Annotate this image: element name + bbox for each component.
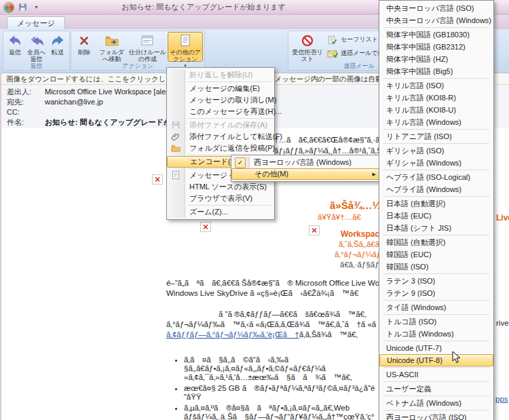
menu-item-label: 添付ファイルの保存(A) (189, 121, 267, 129)
post-folder-icon (171, 143, 181, 153)
menu-item-label: 中央ヨーロッパ言語 (ISO) (386, 4, 474, 12)
menu-item-label: 韓国語 (自動選択) (386, 238, 445, 246)
menu-item-label: 中央ヨーロッパ言語 (Windows) (386, 16, 491, 24)
menu-item-label: 日本語 (自動選択) (386, 199, 445, 208)
broken-image-icon (152, 174, 163, 185)
body-text: Live (496, 213, 509, 223)
reply-button[interactable]: 返信 (5, 32, 25, 62)
menu-item-label: フォルダに返信を投稿(P) (189, 144, 275, 152)
menu-item-4[interactable]: 簡体字中国語 (GB2312) (379, 41, 493, 53)
menu-item-3[interactable]: 簡体字中国語 (GB18030) (379, 28, 493, 41)
link-fragment[interactable]: pps (495, 395, 508, 403)
cc-label: CC: (1, 107, 45, 117)
menu-item-7[interactable]: 添付ファイルとして転送(F) (167, 131, 274, 142)
reply-all-button[interactable]: 全員へ返信 (25, 32, 48, 62)
menu-item-9[interactable]: キリル言語 (KOI8-R) (379, 92, 493, 104)
menu-item-13[interactable]: リトアニア語 (ISO) (379, 130, 493, 142)
menu-item-15[interactable]: ギリシャ語 (ISO) (379, 145, 493, 157)
menu-item-34[interactable]: トルコ語 (ISO) (379, 316, 493, 328)
menu-item-label: キリル言語 (KOI8-U) (386, 106, 456, 114)
menu-item-label: このメッセージを再送(H)... (189, 107, 282, 115)
to-label: 宛先: (1, 97, 45, 107)
block-sender-button[interactable]: 受信拒否リスト (290, 32, 325, 62)
menu-item-label: 簡体字中国語 (GB2312) (386, 43, 466, 51)
body-text: ã‚ã‚Šã¾ã ™ã€‚ (299, 330, 358, 339)
menu-item-3[interactable]: メッセージの取り消し(M) (167, 94, 274, 106)
menu-item-0[interactable]: 中央ヨーロッパ言語 (ISO) (379, 2, 493, 14)
qat-dropdown-icon[interactable]: ▾ (31, 2, 41, 12)
menu-item-37[interactable]: Unicode (UTF-7) (379, 342, 493, 354)
menu-item-label: 西ヨーロッパ言語 (ISO) (386, 413, 466, 420)
menu-item-8[interactable]: フォルダに返信を投稿(P) (167, 142, 274, 154)
menu-item-11[interactable]: キリル言語 (Windows) (379, 116, 493, 128)
forward-button[interactable]: 転送 (48, 32, 68, 62)
menu-item-label: ギリシャ語 (Windows) (386, 159, 461, 167)
menu-item-14[interactable]: ブラウザで表示(V) (167, 193, 274, 204)
promo-text: ã‚ˆã‚Šã‚‚ã€ã€ (339, 240, 384, 248)
menu-item-label: ラテン 9 (ISO) (386, 289, 435, 297)
menu-separator (383, 235, 489, 235)
menu-item-13[interactable]: HTML ソースの表示(S) (167, 181, 274, 193)
delete-button[interactable]: 削除 (73, 32, 96, 62)
menu-item-18[interactable]: ヘブライ語 (ISO-Logical) (379, 171, 493, 183)
menu-item-19[interactable]: ヘブライ語 (Windows) (379, 183, 493, 195)
body-text: ã ”ã ®ã‚¢ãƒƒãƒ—ã€€ã šã€œã¾ã ™ã€‚ (219, 309, 366, 320)
menu-item-label: 簡体字中国語 (HZ) (386, 55, 448, 63)
menu-item-label: ギリシャ語 (ISO) (386, 147, 444, 155)
menu-separator (187, 118, 273, 119)
list-item: æœ€å¤§ 25 GB ã ®ãƒ•ãƒªãƒ¼ã‚ªãƒ³ãƒ©ã‚¤ãƒ³… (184, 384, 388, 402)
menu-item-46[interactable]: 西ヨーロッパ言語 (ISO) (379, 411, 493, 420)
menu-item-23[interactable]: 日本語 (シフト JIS) (379, 222, 493, 234)
body-text: Windows Live SkyDrive ã «ç§»è¡Œã ‹ã€Žä¾¡… (166, 288, 358, 299)
menu-item-22[interactable]: 日本語 (EUC) (379, 210, 493, 222)
other-actions-icon (179, 33, 191, 49)
menu-item-label: タイ語 (Windows) (386, 303, 447, 311)
promo-text: Workspace (341, 229, 384, 239)
list-item: ã‚µã‚¤ã‚ºã ®å¤§ã ã ªãƒ•ã‚¡ã‚¤ãƒ«ã‚‚ã€‚We… (184, 404, 388, 420)
office-button-icon[interactable] (3, 2, 14, 13)
menu-separator (187, 81, 273, 82)
create-rule-button[interactable]: 仕分けルールの作成 (128, 32, 168, 62)
other-actions-button[interactable]: その他のアクション ▾ (168, 32, 203, 62)
menu-item-40[interactable]: US-ASCII (379, 368, 493, 381)
menu-item-label: ラテン 3 (ISO) (386, 277, 435, 285)
menu-item-label: リトアニア語 (ISO) (386, 132, 452, 140)
menu-item-1[interactable]: 中央ヨーロッパ言語 (Windows) (379, 14, 493, 26)
menu-item-4[interactable]: このメッセージを再送(H)... (167, 106, 274, 117)
menu-separator (383, 381, 489, 382)
menu-item-29[interactable]: ラテン 3 (ISO) (379, 275, 493, 287)
menu-separator (383, 314, 489, 315)
menu-item-27[interactable]: 韓国語 (ISO) (379, 261, 493, 273)
menu-item-0[interactable]: ✓西ヨーロッパ言語 (Windows) (231, 157, 380, 168)
menu-item-32[interactable]: タイ語 (Windows) (379, 301, 493, 313)
menu-item-44[interactable]: ベトナム語 (Windows) (379, 397, 493, 409)
upgrade-link[interactable]: ã‚¢ãƒƒãƒ—ã‚°ãƒ¬ãƒ¼ãƒ‰ã‚'è¡Œã † (166, 330, 299, 339)
menu-item-26[interactable]: 韓国語 (EUC) (379, 248, 493, 261)
move-to-folder-button[interactable]: フォルダへ移動 (96, 32, 128, 62)
menu-item-1[interactable]: その他(M)▶ (231, 168, 380, 180)
menu-item-42[interactable]: ユーザー定義 (379, 383, 493, 395)
menu-item-label: その他(M) (254, 170, 288, 178)
save-icon[interactable] (18, 2, 28, 12)
menu-item-label: トルコ語 (Windows) (386, 330, 454, 338)
ribbon-group-actions: 削除 フォルダへ移動 仕分けルールの作成 (71, 31, 205, 71)
group-label-reply: 返信 (3, 62, 69, 70)
menu-item-30[interactable]: ラテン 9 (ISO) (379, 287, 493, 299)
menu-item-38[interactable]: Unicode (UTF-8) (379, 354, 493, 366)
menu-item-2[interactable]: メッセージの編集(E) (167, 83, 274, 94)
menu-item-16[interactable]: ギリシャ語 (Windows) (379, 157, 493, 169)
menu-separator (383, 300, 489, 301)
menu-item-label: キリル言語 (ISO) (386, 81, 444, 90)
menu-separator (383, 367, 489, 368)
tab-message[interactable]: メッセージ (7, 16, 65, 30)
menu-item-10[interactable]: キリル言語 (KOI8-U) (379, 104, 493, 116)
menu-item-35[interactable]: トルコ語 (Windows) (379, 328, 493, 340)
menu-item-8[interactable]: キリル言語 (ISO) (379, 79, 493, 92)
menu-item-0: 折り返しを解除(U) (167, 69, 274, 81)
menu-item-5[interactable]: 簡体字中国語 (HZ) (379, 53, 493, 65)
menu-item-21[interactable]: 日本語 (自動選択) (379, 197, 493, 210)
menu-item-25[interactable]: 韓国語 (自動選択) (379, 236, 493, 248)
menu-item-16[interactable]: ズーム(Z)... (167, 206, 274, 218)
menu-separator (187, 205, 273, 206)
menu-item-6[interactable]: 簡体字中国語 (Big5) (379, 65, 493, 77)
